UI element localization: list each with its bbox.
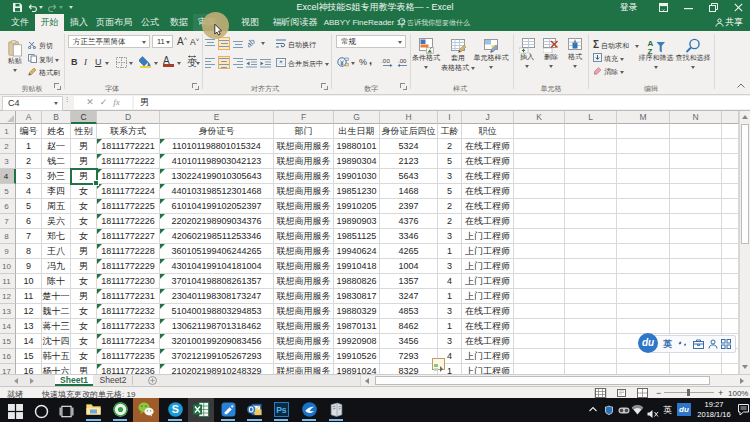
- cell-I10[interactable]: 3: [438, 259, 462, 274]
- task-view-button[interactable]: [59, 404, 74, 419]
- cell-K7[interactable]: [514, 214, 565, 229]
- cell-B17[interactable]: 杨十六: [42, 364, 71, 374]
- cell-J12[interactable]: 上门工程师: [462, 289, 514, 304]
- sheet-prev-arrow[interactable]: [14, 378, 18, 384]
- row-header-17[interactable]: 17: [0, 364, 16, 374]
- tab-home[interactable]: 开始: [35, 14, 64, 31]
- cell-J15[interactable]: 在线工程师: [462, 334, 514, 349]
- column-header-J[interactable]: J: [462, 111, 514, 124]
- copy-button[interactable]: 复制: [28, 54, 59, 65]
- ime-language-indicator[interactable]: 英: [663, 404, 672, 417]
- cell-C3[interactable]: 男: [71, 154, 97, 169]
- cell-E12[interactable]: 230401198308173247: [160, 289, 274, 304]
- cell-G1[interactable]: 出生日期: [334, 124, 380, 139]
- cell-N6[interactable]: [670, 199, 722, 214]
- cell-C1[interactable]: 性别: [71, 124, 97, 139]
- cell-L1[interactable]: [565, 124, 617, 139]
- cell-B15[interactable]: 沈十四: [42, 334, 71, 349]
- cell-O4[interactable]: [722, 169, 739, 184]
- increase-indent-icon[interactable]: [260, 59, 271, 68]
- cell-L6[interactable]: [565, 199, 617, 214]
- cell-O7[interactable]: [722, 214, 739, 229]
- cell-I3[interactable]: 5: [438, 154, 462, 169]
- delete-cells-button[interactable]: 删除: [538, 38, 564, 69]
- cell-K6[interactable]: [514, 199, 565, 214]
- cell-N13[interactable]: [670, 304, 722, 319]
- cell-F2[interactable]: 联想商用服务: [274, 139, 334, 154]
- cell-L10[interactable]: [565, 259, 617, 274]
- cell-C13[interactable]: 女: [71, 304, 97, 319]
- minimize-button[interactable]: [684, 8, 693, 10]
- cell-L17[interactable]: [565, 364, 617, 374]
- cell-N2[interactable]: [670, 139, 722, 154]
- row-header-5[interactable]: 5: [0, 184, 16, 199]
- cell-F11[interactable]: 联想商用服务: [274, 274, 334, 289]
- cell-E6[interactable]: 610104199102052397: [160, 199, 274, 214]
- restore-button[interactable]: [709, 3, 718, 12]
- font-name-box[interactable]: 方正兰亭黑简体: [68, 35, 150, 48]
- scroll-right-arrow[interactable]: [740, 378, 744, 384]
- cell-L16[interactable]: [565, 349, 617, 364]
- cell-H8[interactable]: 3346: [380, 229, 438, 244]
- cell-N11[interactable]: [670, 274, 722, 289]
- cell-I14[interactable]: 1: [438, 319, 462, 334]
- cell-I13[interactable]: 3: [438, 304, 462, 319]
- browser-360-icon[interactable]: [113, 402, 128, 417]
- scroll-left-arrow[interactable]: [365, 378, 369, 384]
- vertical-scroll-thumb[interactable]: [741, 124, 749, 244]
- cell-I4[interactable]: 3: [438, 169, 462, 184]
- cell-O13[interactable]: [722, 304, 739, 319]
- decrease-indent-icon[interactable]: [246, 59, 257, 68]
- tab-view[interactable]: 视图: [236, 14, 264, 31]
- cell-E11[interactable]: 370104198808261357: [160, 274, 274, 289]
- cell-I7[interactable]: 2: [438, 214, 462, 229]
- cell-C9[interactable]: 男: [71, 244, 97, 259]
- number-dialog-launcher[interactable]: [399, 82, 407, 90]
- insert-function-icon[interactable]: fx: [113, 97, 120, 107]
- cell-F14[interactable]: 联想商用服务: [274, 319, 334, 334]
- cell-C12[interactable]: 男: [71, 289, 97, 304]
- cell-M8[interactable]: [617, 229, 670, 244]
- zoom-out-button[interactable]: −: [656, 388, 661, 398]
- cell-E15[interactable]: 320100199209083456: [160, 334, 274, 349]
- cell-G6[interactable]: 19910205: [334, 199, 380, 214]
- cell-J13[interactable]: 在线工程师: [462, 304, 514, 319]
- tencent-doc-icon[interactable]: [221, 402, 236, 417]
- paste-button[interactable]: 粘贴: [5, 40, 25, 73]
- cell-E3[interactable]: 410101198903042123: [160, 154, 274, 169]
- align-left-icon[interactable]: [205, 57, 215, 68]
- column-header-L[interactable]: L: [565, 111, 617, 124]
- cell-A7[interactable]: 6: [16, 214, 42, 229]
- format-cells-button[interactable]: 格式: [562, 38, 588, 69]
- align-right-icon[interactable]: [233, 57, 243, 68]
- cell-I9[interactable]: 1: [438, 244, 462, 259]
- cell-N14[interactable]: [670, 319, 722, 334]
- cell-B7[interactable]: 吴六: [42, 214, 71, 229]
- cell-M17[interactable]: [617, 364, 670, 374]
- tab-abbyy[interactable]: ABBYY FineReader 12: [322, 14, 407, 31]
- cell-G7[interactable]: 19890903: [334, 214, 380, 229]
- tray-speaker-device-icon[interactable]: [618, 405, 630, 416]
- cell-D9[interactable]: 18111772228: [97, 244, 160, 259]
- format-cells-dropdown[interactable]: [573, 65, 577, 68]
- number-format-box[interactable]: 常规: [336, 35, 406, 48]
- cell-H7[interactable]: 4376: [380, 214, 438, 229]
- cell-C15[interactable]: 女: [71, 334, 97, 349]
- cell-M7[interactable]: [617, 214, 670, 229]
- cell-O10[interactable]: [722, 259, 739, 274]
- cell-F12[interactable]: 联想商用服务: [274, 289, 334, 304]
- select-all-corner[interactable]: [0, 111, 16, 124]
- underline-dropdown[interactable]: [105, 62, 109, 65]
- cell-M10[interactable]: [617, 259, 670, 274]
- cell-D11[interactable]: 18111772230: [97, 274, 160, 289]
- cell-E13[interactable]: 510400198803294853: [160, 304, 274, 319]
- row-header-11[interactable]: 11: [0, 274, 16, 289]
- cell-E16[interactable]: 370212199105267293: [160, 349, 274, 364]
- cell-G14[interactable]: 19870131: [334, 319, 380, 334]
- cell-H4[interactable]: 5643: [380, 169, 438, 184]
- cell-L4[interactable]: [565, 169, 617, 184]
- percent-style-button[interactable]: %: [359, 57, 367, 67]
- cell-O1[interactable]: [722, 124, 739, 139]
- cell-K14[interactable]: [514, 319, 565, 334]
- formula-bar-divider[interactable]: ⁝: [66, 98, 69, 107]
